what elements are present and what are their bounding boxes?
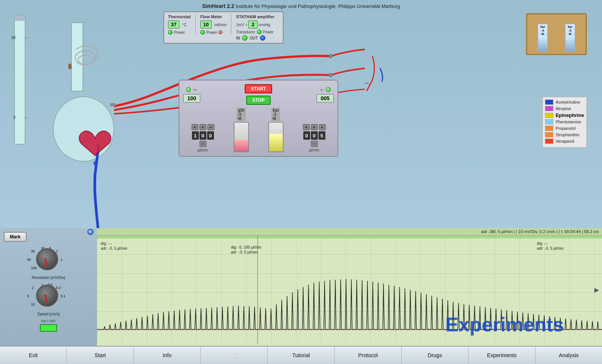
statham-out-connector[interactable] [260,35,265,41]
resolution-label: Resolution [mV/Div] [32,276,65,280]
left-digit-2: 0 [200,131,206,140]
drugs-button[interactable]: Drugs [402,347,469,364]
experiments-button[interactable]: Experiments [469,347,535,364]
legend-color-epinephrine [545,113,553,118]
svg-rect-12 [110,103,116,106]
on-off-label: ON / OFF [41,319,56,323]
right-minus-row: − [311,141,318,147]
speed-knob[interactable] [36,285,58,307]
knob1-label-1: 1 [61,258,63,262]
statham-in-connector[interactable] [242,35,247,41]
chart-scroll-arrow[interactable]: ▶ [594,286,599,293]
knob2-label-10: 10 [31,303,35,306]
right-syringe-tube [268,122,284,152]
pump-start-button[interactable]: START [245,84,272,93]
right-plus1[interactable]: + [303,124,310,130]
right-digit-1: 0 [303,131,310,140]
pump-bottom-row: + + + 1 0 0 − µl/min gSt- [183,108,334,152]
knob1-label-100: 100 [31,266,37,270]
pump-right-arrows: ← [319,87,331,93]
pump-panel: → 100 START STOP ← 005 [179,80,338,157]
left-syringe-tube [234,122,249,152]
analysis-button[interactable]: Analysis [535,347,602,364]
statham-power-led [257,30,261,34]
exit-button[interactable]: Exit [0,347,67,364]
left-syringe-group: + + + 1 0 0 − µl/min [192,124,214,152]
svg-rect-15 [97,235,602,344]
statham-io-row: IN OUT [236,35,274,41]
svg-text:adr: -3, 5 µl/min: adr: -3, 5 µl/min [537,246,564,251]
chart-header: adr -3M, 5 µl/min | | 10 mV/Div, 0.2 cm/… [97,228,602,235]
svg-rect-13 [68,64,71,69]
flow-meter-label: Flow Meter [200,14,227,19]
flow-connector [219,30,222,34]
chart-controls: Mark 10 5 20 2 50 1 100 [0,228,97,346]
legend-label-strophanthin: Strophanthin [556,132,579,137]
left-plus2[interactable]: + [200,124,206,130]
right-minus1[interactable]: − [311,141,318,147]
left-digit-counter: 1 0 0 [192,131,214,140]
legend-epinephrine: Epinephrine [545,112,584,118]
left-minus-row: − [200,141,206,147]
knob1-label-50: 50 [27,258,31,262]
left-plus-minus: + + + [192,124,214,130]
protocol-button[interactable]: Protocol [335,347,402,364]
pump-stop-button[interactable]: STOP [246,96,271,105]
right-plus3[interactable]: + [319,124,326,130]
left-minus1[interactable]: − [200,141,206,147]
speed-knob-area: 1 0.5 2 0.2 5 0.1 10 [26,283,71,311]
right-syringe-group: + + + 0 0 5 − µl/min [303,124,326,152]
vial-2-label: Epi-5M [568,25,572,36]
legend-color-verapamil [545,139,553,144]
svg-point-8 [329,54,333,58]
right-plus2[interactable]: + [311,124,318,130]
knob1-label-2: 2 [56,249,58,253]
legend-strophanthin: Strophanthin [545,132,584,137]
svg-point-6 [53,97,114,161]
pump-left-display[interactable]: 100 [183,94,200,102]
transducer-row: Transducer Power [236,30,274,34]
thermostat-power-led [168,30,173,35]
statham-value[interactable]: 2 [248,20,258,28]
svg-text:80: 80 [11,36,16,40]
legend-label-verapamil: Verapamil [556,139,574,143]
chart-svg: dig: --- adr: -3, 5 µl/min dig: -5, 100 … [97,235,602,344]
svg-text:adr: -3, 5 µl/min: adr: -3, 5 µl/min [101,246,127,251]
tutorial-button[interactable]: Tutorial [268,347,334,364]
left-syringe-label: gSt-5M [236,108,246,121]
start-button[interactable]: Start [67,347,134,364]
mark-button[interactable]: Mark [4,232,27,242]
right-syringe-label: Epi-3M [271,108,280,121]
left-plus3[interactable]: + [208,124,214,130]
chart-main[interactable]: adr -3M, 5 µl/min | | 10 mV/Div, 0.2 cm/… [97,228,602,346]
info-button[interactable]: Info [134,347,201,364]
knob2-label-2: 2 [32,286,34,290]
right-ul-label: µl/min [309,148,319,152]
pump-right-display[interactable]: 005 [317,94,334,102]
legend-color-strophanthin [545,132,553,137]
legend-propanolol: Propanolol [545,126,584,131]
left-plus1[interactable]: + [192,124,198,130]
statham-section: STATHAM amplifier 1mV = 2 mmHg Transduce… [236,14,279,41]
right-syringe-fill [269,134,283,151]
statham-mv-label: 1mV = 2 mmHg [236,20,274,28]
legend-label-propanolol: Propanolol [556,126,576,131]
main-container: SimHeart 2.2 Institute für Physiologie u… [0,0,602,364]
flow-meter-value[interactable]: 10 [200,20,212,28]
legend-panel: Acetylcholine Atropine Epinephrine Phent… [542,97,587,148]
left-digit-3: 0 [207,131,214,140]
chart-connection-point [87,229,93,235]
flow-meter-section: Flow Meter 10 ml/min Power [200,14,231,35]
legend-label-epinephrine: Epinephrine [556,112,584,118]
thermostat-label: Thermostat [168,14,191,19]
svg-text:dig: ---: dig: --- [537,241,548,246]
pump-left-arrows: → [186,87,198,93]
resolution-knob[interactable] [36,248,58,270]
app-title: SimHeart 2.2 [202,3,234,9]
left-syringe-slot: gSt-5M [234,108,249,152]
specimen-rack: Epi-4M Epi-5M [526,13,587,55]
on-off-button[interactable] [40,324,57,332]
window-button[interactable]: ⬜ [201,347,268,364]
thermostat-value[interactable]: 37 [168,20,179,28]
svg-text:0: 0 [13,115,16,120]
